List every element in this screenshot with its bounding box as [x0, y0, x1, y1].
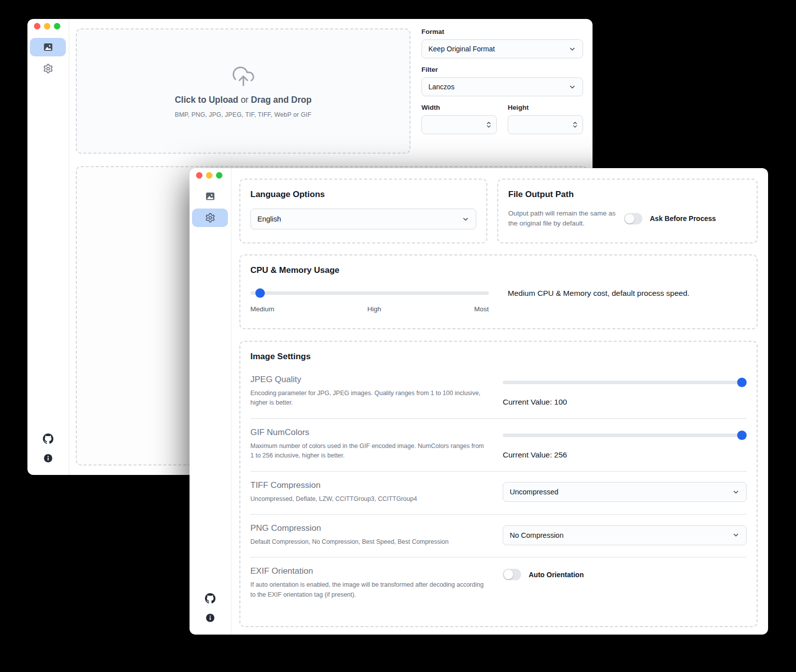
filter-select[interactable]: Lanczos: [421, 77, 583, 96]
sidebar-item-settings[interactable]: [192, 209, 228, 227]
ask-before-process-label: Ask Before Process: [650, 215, 716, 223]
chevron-down-icon: [569, 45, 576, 53]
image-icon: [43, 42, 53, 52]
sidebar: [190, 168, 231, 635]
chevron-down-icon: [462, 216, 469, 223]
image-settings-section: Image Settings JPEG Quality Encoding par…: [239, 341, 758, 627]
jpeg-quality-description: Encoding parameter for JPG, JPEG images.…: [250, 389, 488, 408]
gear-icon: [43, 63, 53, 74]
language-options-title: Language Options: [250, 190, 476, 200]
ask-before-process-toggle[interactable]: [624, 213, 642, 224]
tiff-compression-select[interactable]: Uncompressed: [503, 482, 747, 502]
language-options-section: Language Options English: [239, 179, 487, 243]
tiff-compression-description: Uncompressed, Deflate, LZW, CCITTGroup3,…: [250, 494, 488, 504]
fullscreen-button[interactable]: [54, 23, 60, 29]
tiff-compression-label: TIFF Compression: [250, 480, 488, 490]
exif-orientation-row: EXIF Orientation If auto orientation is …: [250, 558, 747, 610]
chevron-down-icon: [732, 531, 740, 539]
about-button[interactable]: [190, 613, 230, 623]
about-button[interactable]: [27, 453, 68, 463]
close-button[interactable]: [34, 23, 40, 29]
height-label: Height: [508, 104, 583, 111]
image-icon: [205, 191, 215, 202]
jpeg-quality-label: JPEG Quality: [250, 375, 488, 385]
png-compression-value: No Compression: [510, 531, 564, 539]
sidebar: [27, 19, 69, 475]
format-select-value: Keep Original Format: [428, 45, 495, 53]
github-link[interactable]: [190, 593, 230, 604]
gear-icon: [205, 213, 215, 223]
fullscreen-button[interactable]: [216, 172, 222, 179]
window-controls: [196, 172, 222, 179]
dropzone-title: Click to Upload or Drag and Drop: [175, 95, 311, 105]
filter-label: Filter: [421, 66, 583, 73]
close-button[interactable]: [196, 172, 202, 179]
exif-orientation-description: If auto orientation is enabled, the imag…: [250, 580, 488, 600]
slider-thumb[interactable]: [737, 378, 747, 387]
slider-track[interactable]: [503, 434, 747, 437]
tiff-compression-value: Uncompressed: [510, 488, 559, 496]
file-output-path-title: File Output Path: [508, 190, 747, 200]
cpu-memory-section: CPU & Memory Usage Medium CPU & Memory c…: [239, 254, 758, 329]
tiff-compression-row: TIFF Compression Uncompressed, Deflate, …: [250, 472, 747, 515]
png-compression-row: PNG Compression Default Compression, No …: [250, 515, 747, 558]
stepper-icon[interactable]: [572, 121, 578, 129]
conversion-options-panel: Format Keep Original Format Filter Lancz…: [421, 28, 583, 134]
settings-window: Language Options English File Output Pat…: [190, 168, 768, 635]
sidebar-item-settings[interactable]: [30, 59, 66, 78]
github-icon: [43, 434, 53, 444]
tick-high: High: [367, 305, 381, 313]
filter-select-value: Lanczos: [428, 83, 454, 91]
tick-most: Most: [474, 305, 489, 313]
info-icon: [205, 613, 215, 623]
upload-dropzone[interactable]: Click to Upload or Drag and Drop BMP, PN…: [76, 28, 410, 154]
auto-orientation-label: Auto Orientation: [529, 571, 584, 579]
png-compression-select[interactable]: No Compression: [503, 525, 747, 545]
output-path-description: Output path will remain the same as the …: [508, 209, 624, 229]
cpu-slider-ticks: Medium High Most: [250, 305, 489, 313]
slider-track[interactable]: [250, 291, 489, 295]
png-compression-label: PNG Compression: [250, 523, 488, 533]
language-select[interactable]: English: [250, 209, 476, 229]
jpeg-quality-slider[interactable]: [503, 378, 747, 387]
jpeg-quality-row: JPEG Quality Encoding parameter for JPG,…: [250, 362, 747, 419]
png-compression-description: Default Compression, No Compression, Bes…: [250, 537, 488, 547]
sidebar-item-images[interactable]: [192, 187, 228, 206]
gif-numcolors-description: Maximum number of colors used in the GIF…: [250, 442, 488, 461]
gif-numcolors-label: GIF NumColors: [250, 428, 488, 438]
minimize-button[interactable]: [44, 23, 50, 29]
cpu-memory-slider[interactable]: [250, 288, 489, 298]
language-select-value: English: [257, 215, 281, 223]
info-icon: [43, 453, 53, 463]
tick-medium: Medium: [250, 305, 274, 313]
gif-numcolors-current-value: Current Value: 256: [503, 450, 747, 459]
cpu-memory-status: Medium CPU & Memory cost, default proces…: [508, 289, 689, 298]
supported-formats: BMP, PNG, JPG, JPEG, TIF, TIFF, WebP or …: [175, 111, 311, 118]
height-input[interactable]: [508, 115, 583, 134]
sidebar-item-images[interactable]: [30, 38, 66, 56]
minimize-button[interactable]: [206, 172, 212, 179]
jpeg-quality-current-value: Current Value: 100: [503, 398, 747, 407]
width-input[interactable]: [421, 115, 497, 134]
github-link[interactable]: [27, 434, 68, 444]
slider-thumb[interactable]: [737, 431, 747, 440]
width-label: Width: [421, 104, 497, 111]
gif-numcolors-row: GIF NumColors Maximum number of colors u…: [250, 419, 747, 472]
slider-thumb[interactable]: [255, 288, 265, 298]
auto-orientation-toggle[interactable]: [503, 569, 521, 580]
file-output-path-section: File Output Path Output path will remain…: [497, 179, 758, 243]
chevron-down-icon: [569, 83, 576, 91]
stepper-icon[interactable]: [486, 121, 492, 129]
slider-track[interactable]: [503, 381, 747, 384]
image-settings-title: Image Settings: [250, 352, 747, 362]
window-controls: [34, 23, 60, 29]
gif-numcolors-slider[interactable]: [503, 431, 747, 440]
format-label: Format: [421, 28, 583, 35]
format-select[interactable]: Keep Original Format: [421, 39, 583, 58]
cpu-memory-title: CPU & Memory Usage: [250, 265, 747, 275]
chevron-down-icon: [732, 488, 740, 496]
cloud-upload-icon: [231, 64, 255, 88]
github-icon: [205, 593, 215, 604]
exif-orientation-label: EXIF Orientation: [250, 566, 488, 576]
